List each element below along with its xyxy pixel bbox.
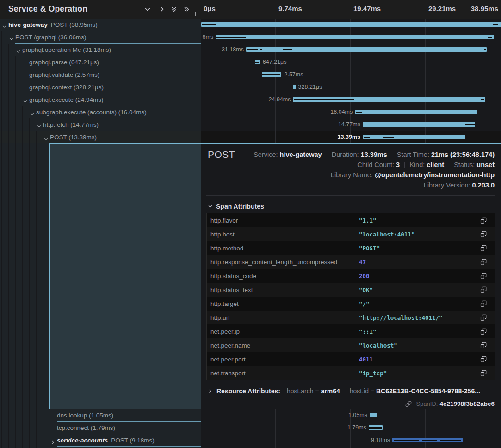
detail-meta-value: hive-gateway [280, 151, 322, 158]
copy-icon[interactable] [480, 370, 487, 377]
span-operation-name: subgraph.execute (accounts) (16.04ms) [36, 109, 147, 116]
span-row[interactable]: POST /graphql (36.06ms) [0, 31, 201, 44]
span-child-marker [465, 124, 475, 125]
copy-icon[interactable] [480, 342, 487, 349]
span-row[interactable]: graphql.operation Me (31.18ms) [0, 44, 201, 56]
span-timeline-row[interactable]: 2.57ms [201, 68, 501, 81]
span-child-marker [255, 62, 259, 63]
resource-attributes-title: Resource Attributes: [216, 387, 280, 395]
span-bar[interactable] [216, 35, 494, 39]
collapse-one-icon[interactable] [144, 6, 151, 13]
span-attributes-title: Span Attributes [216, 203, 264, 210]
span-row[interactable]: http.fetch (14.77ms) [0, 118, 201, 131]
span-timeline-row[interactable]: 9.18ms [201, 434, 501, 447]
copy-icon[interactable] [480, 245, 487, 252]
attribute-key: net.peer.port [207, 356, 359, 363]
span-duration-label: 16.04ms [330, 106, 353, 118]
span-operation-name: graphql.validate (2.57ms) [29, 71, 99, 78]
span-row[interactable]: graphql.validate (2.57ms) [0, 68, 201, 81]
resource-attr-value: BC62E13B-C4CC-5854-9788-256... [376, 387, 480, 395]
span-timeline-row[interactable]: 6ms [201, 31, 501, 44]
span-row-label: graphql.validate (2.57ms) [0, 68, 201, 81]
attribute-key: http.response_content_length_uncompresse… [207, 259, 359, 266]
span-operation-name: POST (9.18ms) [111, 437, 155, 444]
span-operation-name: dns.lookup (1.05ms) [57, 412, 113, 419]
copy-icon[interactable] [480, 300, 487, 307]
span-row-label: graphql.operation Me (31.18ms) [0, 44, 201, 56]
attribute-value: "ip_tcp" [359, 370, 480, 377]
detail-meta-line: Child Count: 3Kind: clientStatus: unset [357, 161, 495, 169]
span-timeline-row[interactable]: 1.79ms [201, 422, 501, 434]
attribute-key: http.status_code [207, 273, 359, 280]
span-row[interactable]: tcp.connect (1.79ms) [0, 422, 201, 434]
attribute-key: net.peer.ip [207, 328, 359, 335]
span-row-label: hive-gatewayPOST (38.95ms) [0, 19, 201, 31]
copy-icon[interactable] [480, 356, 487, 363]
copy-icon[interactable] [480, 259, 487, 266]
span-child-marker [356, 112, 362, 113]
span-child-marker [247, 49, 258, 50]
expand-all-icon[interactable] [183, 6, 190, 13]
timeline-tick: 19.47ms [353, 5, 381, 12]
span-operation-name: http.fetch (14.77ms) [43, 121, 99, 128]
span-operation-name: graphql.execute (24.94ms) [29, 96, 104, 103]
link-icon[interactable] [405, 401, 412, 407]
span-timeline-row[interactable]: 1.05ms [201, 409, 501, 422]
span-timeline-row[interactable]: 14.77ms [201, 118, 501, 131]
copy-icon[interactable] [480, 314, 487, 321]
span-timeline-row[interactable]: 16.04ms [201, 106, 501, 118]
collapse-all-icon[interactable] [170, 6, 178, 13]
copy-icon[interactable] [480, 231, 487, 238]
attribute-value: "1.1" [359, 217, 480, 224]
span-row-label: subgraph.execute (accounts) (16.04ms) [0, 106, 201, 118]
span-operation-name: graphql.context (328.21μs) [29, 84, 104, 91]
span-bar[interactable] [201, 22, 501, 27]
span-child-marker [493, 24, 499, 25]
detail-meta-label: Library Version: [424, 181, 472, 189]
span-row[interactable]: graphql.context (328.21μs) [0, 81, 201, 93]
detail-meta-label: Start Time: [397, 151, 431, 158]
span-row[interactable]: graphql.execute (24.94ms) [0, 93, 201, 106]
span-row[interactable]: service-accountsPOST (9.18ms) [0, 434, 201, 447]
span-timeline-row[interactable]: 31.18ms [201, 44, 501, 56]
detail-meta-label: Status: [454, 161, 476, 168]
timeline-header: 0μs9.74ms19.47ms29.21ms38.95ms [201, 0, 501, 19]
span-child-marker [481, 99, 484, 100]
resource-attributes-row[interactable]: Resource Attributes:host.arch = arm64hos… [208, 387, 495, 395]
span-row[interactable]: dns.lookup (1.05ms) [0, 409, 201, 422]
span-timeline-row[interactable]: 24.94ms [201, 93, 501, 106]
span-row[interactable]: subgraph.execute (accounts) (16.04ms) [0, 106, 201, 118]
attribute-row: http.status_text"OK" [207, 283, 495, 297]
attribute-row: http.target"/" [207, 297, 495, 311]
detail-meta-value: 21ms (23:56:48.174) [431, 151, 495, 158]
span-timeline-row[interactable]: 13.39ms [201, 131, 501, 143]
attribute-value: "localhost:4011" [359, 231, 480, 238]
span-attributes-toggle[interactable]: Span Attributes [208, 202, 264, 211]
attribute-value: "http://localhost:4011/" [359, 314, 480, 321]
span-child-marker [283, 49, 292, 50]
span-row-label: tcp.connect (1.79ms) [0, 422, 201, 434]
span-duration-label: 1.05ms [348, 409, 367, 422]
attribute-value: 4011 [359, 356, 480, 363]
span-timeline-row[interactable] [201, 19, 501, 31]
span-bar[interactable] [363, 135, 465, 139]
span-bar[interactable] [370, 413, 377, 417]
span-row[interactable]: POST (13.39ms) [0, 131, 201, 143]
expand-one-icon[interactable] [158, 6, 166, 13]
span-operation-name: POST /graphql (36.06ms) [15, 34, 87, 41]
span-child-marker [364, 137, 370, 138]
span-row[interactable]: hive-gatewayPOST (38.95ms) [0, 19, 201, 31]
span-duration-label: 31.18ms [222, 44, 244, 56]
span-bar[interactable] [293, 85, 295, 89]
copy-icon[interactable] [480, 328, 487, 335]
span-timeline-row[interactable]: 328.21μs [201, 81, 501, 93]
detail-meta-line: Service: hive-gatewayDuration: 13.39msSt… [254, 150, 495, 159]
span-bar[interactable] [355, 110, 477, 114]
copy-icon[interactable] [480, 286, 487, 293]
copy-icon[interactable] [480, 273, 487, 280]
span-bar[interactable] [363, 122, 475, 127]
span-row[interactable]: graphql.parse (647.21μs) [0, 56, 201, 68]
attribute-row: http.flavor"1.1" [207, 213, 495, 227]
copy-icon[interactable] [480, 217, 487, 224]
span-timeline-row[interactable]: 647.21μs [201, 56, 501, 68]
